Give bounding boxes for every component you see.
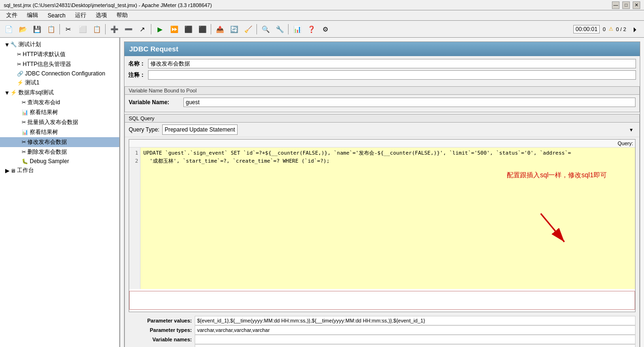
new-button[interactable]: 📄 bbox=[2, 23, 15, 36]
save-as-button[interactable]: 📋 bbox=[44, 23, 58, 36]
right-panel: JDBC Request 名称： 注释： Variable Name Bound… bbox=[120, 38, 644, 347]
test1-icon: ⚡ bbox=[17, 80, 24, 86]
refresh-button[interactable]: 🔄 bbox=[227, 23, 240, 36]
sep2 bbox=[105, 24, 106, 34]
tree-item-test1[interactable]: ⚡ 测试1 bbox=[0, 78, 119, 88]
tree-label-modify-event: 修改发布会数据 bbox=[27, 138, 67, 146]
parameters-table: Parameter values: Parameter types: bbox=[129, 316, 636, 347]
send-button[interactable]: 📤 bbox=[213, 23, 226, 36]
workbench-icon: 🖥 bbox=[10, 168, 16, 174]
zoom-button[interactable]: 🔍 bbox=[259, 23, 272, 36]
remove-button[interactable]: ➖ bbox=[122, 23, 135, 36]
param-values-input[interactable] bbox=[195, 316, 636, 325]
tree-label-view-result1: 察看结果树 bbox=[30, 108, 58, 116]
menu-edit[interactable]: 编辑 bbox=[23, 10, 42, 21]
var-names-input[interactable] bbox=[195, 335, 636, 344]
close-btn[interactable]: ✕ bbox=[633, 1, 640, 9]
menu-run[interactable]: 运行 bbox=[71, 10, 91, 21]
menu-options[interactable]: 选项 bbox=[91, 10, 111, 21]
sql-section: SQL Query Query Type: Prepared Update St… bbox=[124, 114, 640, 347]
add-button[interactable]: ➕ bbox=[107, 23, 121, 36]
name-row: 名称： bbox=[128, 59, 636, 68]
tree-item-query-id[interactable]: ✂ 查询发布会id bbox=[0, 98, 119, 107]
run-button[interactable]: ▶ bbox=[153, 23, 166, 36]
select-arrow-icon: ▼ bbox=[629, 127, 634, 132]
main-layout: ▼ 🔧 测试计划 ✂ HTTP请求默认值 ✂ HTTP信息头管理器 🔗 JDBC… bbox=[0, 38, 644, 347]
warning-icon: ⚠ bbox=[609, 26, 613, 32]
toolbar-right: 00:00:01 0 ⚠ 0 / 2 ⏵ bbox=[573, 23, 642, 36]
copy-button[interactable]: ⬜ bbox=[76, 23, 89, 36]
param-values-label: Parameter values: bbox=[129, 316, 195, 325]
sep4 bbox=[211, 24, 211, 34]
comment-input[interactable] bbox=[148, 70, 636, 80]
tree-label-view-result2: 察看结果树 bbox=[30, 128, 58, 136]
minimize-btn[interactable]: — bbox=[612, 1, 619, 9]
clear-button[interactable]: 🧹 bbox=[241, 23, 255, 36]
query-type-select[interactable]: Prepared Update Statement bbox=[162, 124, 238, 135]
stop-button[interactable]: ⬛ bbox=[182, 23, 195, 36]
tree-item-jdbc-config[interactable]: 🔗 JDBC Connection Configuration bbox=[0, 69, 119, 78]
log-button[interactable]: 📊 bbox=[290, 23, 304, 36]
tree-item-delete-event[interactable]: ✂ 删除发布会数据 bbox=[0, 147, 119, 157]
sql-section-title: SQL Query bbox=[125, 115, 639, 123]
result-var-row: Result variable name: bbox=[129, 344, 636, 347]
cut-button[interactable]: ✂ bbox=[62, 23, 75, 36]
query-type-wrapper: Prepared Update Statement ▼ bbox=[162, 124, 636, 135]
tree-item-batch-insert[interactable]: ✂ 批量插入发布会数据 bbox=[0, 117, 119, 127]
query-extra-input[interactable] bbox=[129, 291, 635, 310]
tree-label-test1: 测试1 bbox=[25, 79, 40, 87]
variable-section-title: Variable Name Bound to Pool bbox=[125, 87, 639, 95]
timer-display: 00:00:01 bbox=[573, 25, 600, 33]
progress-display: 0 / 2 bbox=[616, 26, 626, 32]
query-type-row: Query Type: Prepared Update Statement ▼ bbox=[125, 123, 639, 137]
param-types-input[interactable] bbox=[195, 325, 636, 335]
query-editor-container: Query: 1 2 UPDATE `guest`.`sign_event` S… bbox=[129, 139, 636, 312]
name-label: 名称： bbox=[128, 60, 145, 68]
view-result2-icon: 📊 bbox=[22, 129, 28, 135]
tree-panel: ▼ 🔧 测试计划 ✂ HTTP请求默认值 ✂ HTTP信息头管理器 🔗 JDBC… bbox=[0, 38, 120, 347]
tree-item-modify-event[interactable]: ✂ 修改发布会数据 bbox=[0, 137, 119, 147]
result-var-cell bbox=[195, 344, 636, 347]
save-button[interactable]: 💾 bbox=[30, 23, 43, 36]
counter-display: 0 bbox=[603, 26, 605, 32]
variable-name-input[interactable] bbox=[183, 98, 636, 107]
tree-item-view-result1[interactable]: 📊 察看结果树 bbox=[0, 107, 119, 117]
result-var-input[interactable] bbox=[195, 344, 636, 347]
right-expand-btn[interactable]: ⏵ bbox=[629, 23, 642, 36]
query-type-label: Query Type: bbox=[129, 126, 159, 133]
var-names-row: Variable names: bbox=[129, 335, 636, 344]
help-button[interactable]: ❓ bbox=[305, 23, 318, 36]
menu-file[interactable]: 文件 bbox=[2, 10, 22, 21]
var-names-label: Variable names: bbox=[129, 335, 195, 344]
maximize-btn[interactable]: □ bbox=[622, 1, 630, 9]
run-all-button[interactable]: ⏩ bbox=[167, 23, 181, 36]
red-arrow-container bbox=[531, 204, 578, 253]
paste-button[interactable]: 📋 bbox=[90, 23, 103, 36]
title-bar: sql_test.jmx (C:\Users\24831\Desktop\jme… bbox=[0, 0, 644, 10]
open-button[interactable]: 📂 bbox=[16, 23, 29, 36]
menu-help[interactable]: 帮助 bbox=[112, 10, 132, 21]
tree-item-debug[interactable]: 🐛 Debug Sampler bbox=[0, 157, 119, 165]
tree-item-http-default[interactable]: ✂ HTTP请求默认值 bbox=[0, 50, 119, 59]
menu-search[interactable]: Search bbox=[43, 11, 70, 20]
name-input[interactable] bbox=[148, 59, 636, 68]
remote-button[interactable]: ⚙ bbox=[319, 23, 332, 36]
expand-icon-db-test[interactable]: ▼ bbox=[4, 90, 10, 96]
tree-item-workbench[interactable]: ▶ 🖥 工作台 bbox=[0, 165, 119, 175]
tree-label-workbench: 工作台 bbox=[17, 166, 34, 174]
tree-item-http-header[interactable]: ✂ HTTP信息头管理器 bbox=[0, 59, 119, 69]
tree-label-test-plan: 测试计划 bbox=[18, 41, 41, 49]
line-numbers: 1 2 bbox=[129, 148, 140, 289]
view-result1-icon: 📊 bbox=[22, 109, 28, 116]
expand-icon-test-plan[interactable]: ▼ bbox=[4, 41, 10, 48]
tree-item-test-plan[interactable]: ▼ 🔧 测试计划 bbox=[0, 40, 119, 50]
tree-item-db-test[interactable]: ▼ ⚡ 数据库sql测试 bbox=[0, 88, 119, 98]
stop-now-button[interactable]: ⬛ bbox=[196, 23, 209, 36]
tree-item-view-result2[interactable]: 📊 察看结果树 bbox=[0, 127, 119, 137]
variable-name-row: Variable Name: bbox=[129, 98, 636, 107]
expand-button[interactable]: ↗ bbox=[136, 23, 149, 36]
expand-icon-workbench[interactable]: ▶ bbox=[4, 167, 10, 174]
func-button[interactable]: 🔧 bbox=[273, 23, 286, 36]
tree-label-http-default: HTTP请求默认值 bbox=[23, 50, 66, 58]
sep1 bbox=[59, 24, 60, 34]
